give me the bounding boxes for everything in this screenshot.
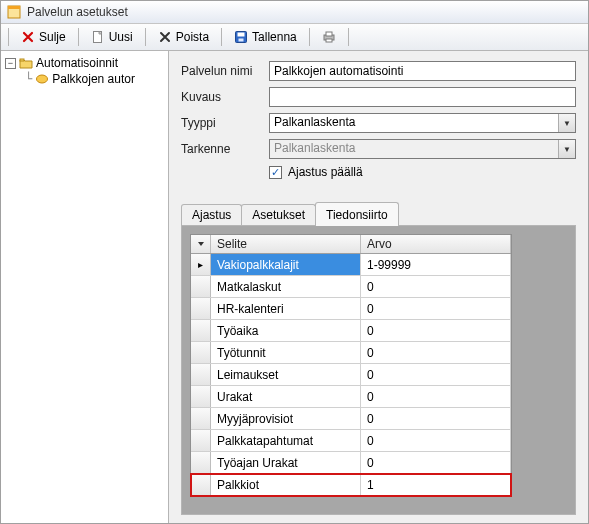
save-icon — [234, 30, 248, 44]
tabs: Ajastus Asetukset Tiedonsiirto Selite Ar… — [181, 201, 576, 515]
close-button[interactable]: Sulje — [14, 27, 73, 47]
cell-selite[interactable]: Myyjäprovisiot — [211, 408, 361, 429]
cell-selite[interactable]: Leimaukset — [211, 364, 361, 385]
scheduling-checkbox[interactable]: ✓ — [269, 166, 282, 179]
title-bar: Palvelun asetukset — [1, 1, 588, 24]
grid-header: Selite Arvo — [191, 235, 511, 254]
tree-collapse-icon[interactable]: − — [5, 58, 16, 69]
svg-rect-5 — [239, 39, 244, 42]
table-row[interactable]: Matkalaskut0 — [191, 276, 511, 298]
toolbar-separator — [221, 28, 222, 46]
cell-selite[interactable]: Työajan Urakat — [211, 452, 361, 473]
row-type: Tyyppi Palkanlaskenta ▼ — [181, 113, 576, 133]
window-title: Palvelun asetukset — [27, 5, 128, 19]
cell-arvo[interactable]: 1-99999 — [361, 254, 511, 275]
tab-ajastus[interactable]: Ajastus — [181, 204, 242, 225]
cell-arvo[interactable]: 0 — [361, 452, 511, 473]
row-header[interactable] — [191, 298, 211, 319]
save-button[interactable]: Tallenna — [227, 27, 304, 47]
item-icon — [35, 72, 49, 86]
table-row[interactable]: Palkkatapahtumat0 — [191, 430, 511, 452]
row-header[interactable] — [191, 452, 211, 473]
table-row[interactable]: Työaika0 — [191, 320, 511, 342]
tree-root[interactable]: − Automatisoinnit — [3, 55, 166, 71]
cell-selite[interactable]: Työtunnit — [211, 342, 361, 363]
label-name: Palvelun nimi — [181, 64, 269, 78]
chevron-down-icon: ▼ — [558, 140, 575, 158]
table-row[interactable]: HR-kalenteri0 — [191, 298, 511, 320]
delete-icon — [158, 30, 172, 44]
toolbar: Sulje Uusi Poista Tallenna — [1, 24, 588, 51]
cell-arvo[interactable]: 0 — [361, 276, 511, 297]
toolbar-separator — [145, 28, 146, 46]
cell-arvo[interactable]: 0 — [361, 408, 511, 429]
cell-arvo[interactable]: 0 — [361, 320, 511, 341]
form-pane: Palvelun nimi Kuvaus Tyyppi Palkanlasken… — [169, 51, 588, 523]
cell-arvo[interactable]: 1 — [361, 474, 511, 495]
row-header[interactable] — [191, 386, 211, 407]
cell-selite[interactable]: HR-kalenteri — [211, 298, 361, 319]
row-header[interactable] — [191, 276, 211, 297]
row-header[interactable]: ▸ — [191, 254, 211, 275]
new-button[interactable]: Uusi — [84, 27, 140, 47]
grid-corner[interactable] — [191, 235, 211, 253]
tree-pane: − Automatisoinnit └ Palkkojen autor — [1, 51, 169, 523]
cell-arvo[interactable]: 0 — [361, 386, 511, 407]
row-header[interactable] — [191, 408, 211, 429]
toolbar-separator — [309, 28, 310, 46]
label-description: Kuvaus — [181, 90, 269, 104]
cell-selite[interactable]: Palkkiot — [211, 474, 361, 495]
svg-rect-9 — [20, 59, 24, 61]
folder-icon — [19, 56, 33, 70]
column-header-selite[interactable]: Selite — [211, 235, 361, 253]
cell-selite[interactable]: Palkkatapahtumat — [211, 430, 361, 451]
tab-asetukset[interactable]: Asetukset — [241, 204, 316, 225]
name-input[interactable] — [269, 61, 576, 81]
cell-selite[interactable]: Urakat — [211, 386, 361, 407]
row-header[interactable] — [191, 364, 211, 385]
label-scheduling: Ajastus päällä — [288, 165, 363, 179]
table-row[interactable]: Palkkiot1 — [191, 474, 511, 496]
tree-child[interactable]: └ Palkkojen autor — [3, 71, 166, 87]
delete-button[interactable]: Poista — [151, 27, 216, 47]
subtype-select: Palkanlaskenta ▼ — [269, 139, 576, 159]
table-row[interactable]: Myyjäprovisiot0 — [191, 408, 511, 430]
chevron-down-icon: ▼ — [558, 114, 575, 132]
table-row[interactable]: Työajan Urakat0 — [191, 452, 511, 474]
tree-line-icon: └ — [25, 73, 32, 85]
cell-arvo[interactable]: 0 — [361, 342, 511, 363]
row-header[interactable] — [191, 320, 211, 341]
svg-point-10 — [37, 75, 48, 83]
label-subtype: Tarkenne — [181, 142, 269, 156]
column-header-arvo[interactable]: Arvo — [361, 235, 511, 253]
row-subtype: Tarkenne Palkanlaskenta ▼ — [181, 139, 576, 159]
window: Palvelun asetukset Sulje Uusi Poista — [0, 0, 589, 524]
svg-rect-8 — [326, 39, 332, 42]
row-scheduling: ✓ Ajastus päällä — [269, 165, 576, 179]
row-header[interactable] — [191, 430, 211, 451]
table-row[interactable]: Urakat0 — [191, 386, 511, 408]
cell-arvo[interactable]: 0 — [361, 430, 511, 451]
cell-arvo[interactable]: 0 — [361, 298, 511, 319]
table-row[interactable]: Leimaukset0 — [191, 364, 511, 386]
tree-root-label: Automatisoinnit — [36, 56, 118, 70]
data-grid[interactable]: Selite Arvo ▸Vakiopalkkalajit1-99999Matk… — [190, 234, 512, 497]
tab-tiedonsiirto[interactable]: Tiedonsiirto — [315, 202, 399, 226]
type-select[interactable]: Palkanlaskenta ▼ — [269, 113, 576, 133]
row-header[interactable] — [191, 342, 211, 363]
cell-selite[interactable]: Matkalaskut — [211, 276, 361, 297]
table-row[interactable]: ▸Vakiopalkkalajit1-99999 — [191, 254, 511, 276]
print-button[interactable] — [315, 27, 343, 47]
svg-rect-7 — [326, 32, 332, 36]
close-label: Sulje — [39, 30, 66, 44]
cell-selite[interactable]: Vakiopalkkalajit — [211, 254, 361, 275]
svg-rect-1 — [8, 6, 20, 9]
cell-arvo[interactable]: 0 — [361, 364, 511, 385]
description-input[interactable] — [269, 87, 576, 107]
row-description: Kuvaus — [181, 87, 576, 107]
label-type: Tyyppi — [181, 116, 269, 130]
delete-label: Poista — [176, 30, 209, 44]
cell-selite[interactable]: Työaika — [211, 320, 361, 341]
table-row[interactable]: Työtunnit0 — [191, 342, 511, 364]
row-header[interactable] — [191, 474, 211, 495]
